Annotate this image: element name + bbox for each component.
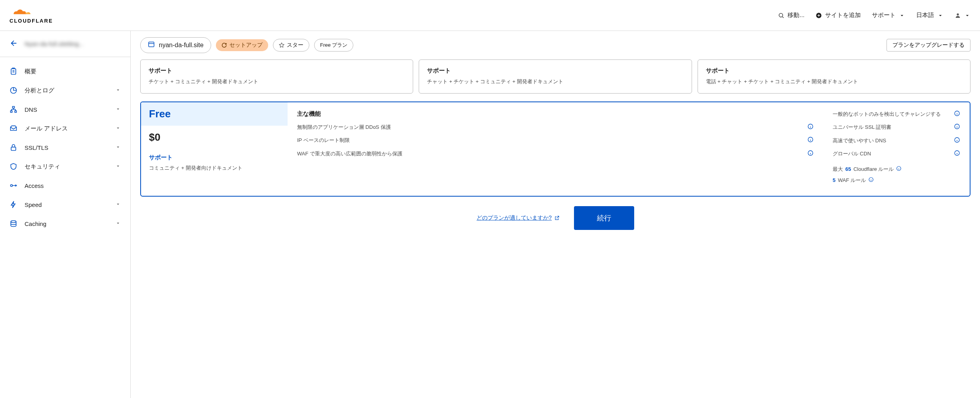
free-price: $0 [141,126,288,147]
continue-button[interactable]: 続行 [574,206,634,230]
user-icon [955,12,961,19]
sidebar-item-label: Caching [25,220,46,227]
search-icon [778,12,784,19]
feature-row: IP ベースのレート制限 [297,136,814,145]
sidebar-menu: 概要 分析とログ DNS メール アドレス SSL/TLS [0,57,130,238]
info-icon[interactable] [954,150,960,159]
plus-circle-icon [816,12,822,19]
chevron-down-icon [937,12,944,19]
page-header: nyan-da-full.site セットアップ スター Free プラン プラ… [131,31,980,59]
logo[interactable]: CLOUDFLARE [10,7,53,24]
svg-point-2 [957,13,959,15]
svg-rect-11 [149,42,154,47]
support-label: サポート [706,67,962,75]
chevron-down-icon [115,87,121,94]
chevron-down-icon [115,125,121,132]
back-arrow-icon[interactable] [10,39,18,49]
plan-card[interactable]: サポート チャット + チケット + コミュニティ + 開発者ドキュメント [419,59,692,94]
refresh-icon [221,42,227,48]
pie-chart-icon [10,86,17,94]
footer-row: どのプランが適していますか? 続行 [140,206,970,230]
go-to-button[interactable]: 移動... [778,11,805,19]
info-icon[interactable] [954,110,960,119]
sidebar-item-label: SSL/TLS [25,144,48,151]
plan-card[interactable]: サポート 電話 + チャット + チケット + コミュニティ + 開発者ドキュメ… [698,59,970,94]
chevron-down-icon [115,220,121,227]
language-dropdown[interactable]: 日本語 [916,11,944,19]
free-plan-pill[interactable]: Free プラン [314,39,353,52]
add-site-button[interactable]: サイトを追加 [816,11,861,19]
sidebar-item-label: メール アドレス [25,125,68,132]
info-icon[interactable] [954,123,960,132]
email-icon [10,124,17,132]
sidebar-item-caching[interactable]: Caching [0,214,130,233]
info-icon[interactable] [954,137,960,145]
sidebar-item-email[interactable]: メール アドレス [0,119,130,138]
svg-point-10 [11,221,16,223]
top-plan-row: サポート チケット + コミュニティ + 開発者ドキュメント サポート チャット… [140,59,970,94]
page-header-left: nyan-da-full.site セットアップ スター Free プラン [140,37,353,53]
free-plan-card[interactable]: Free $0 サポート コミュニティ + 開発者向けドキュメント 主な機能 無… [140,101,970,197]
logo-text: CLOUDFLARE [10,18,53,24]
support-text: 電話 + チャット + チケット + コミュニティ + 開発者ドキュメント [706,78,962,86]
website-icon [148,41,155,50]
sidebar-item-label: Access [25,182,44,189]
free-title: Free [149,108,280,120]
top-header: CLOUDFLARE 移動... サイトを追加 サポート 日本語 [0,0,980,31]
network-icon [10,105,17,113]
account-name-blurred: Nyan-da-full.siteblog... [25,40,84,47]
info-icon[interactable] [868,177,874,184]
svg-rect-7 [15,111,16,112]
setup-pill[interactable]: セットアップ [216,39,268,51]
feature-row: 無制限のアプリケーション層 DDoS 保護 [297,123,814,132]
feature-row: 一般的なボットのみを検出してチャレンジする [833,110,960,119]
sidebar-item-speed[interactable]: Speed [0,195,130,214]
sidebar-item-analytics[interactable]: 分析とログ [0,81,130,100]
rules-text: 最大 65 Cloudflare ルール [833,166,960,173]
sidebar-item-dns[interactable]: DNS [0,100,130,119]
info-icon[interactable] [807,136,814,145]
content-area: サポート チケット + コミュニティ + 開発者ドキュメント サポート チャット… [131,59,980,239]
sidebar-item-security[interactable]: セキュリティ [0,157,130,176]
account-dropdown[interactable] [955,12,970,19]
plan-card[interactable]: サポート チケット + コミュニティ + 開発者ドキュメント [140,59,413,94]
feature-row: ユニバーサル SSL 証明書 [833,123,960,132]
chevron-down-icon [964,12,970,19]
sidebar-item-overview[interactable]: 概要 [0,62,130,81]
support-label: サポート [149,154,280,161]
which-plan-link[interactable]: どのプランが適していますか? [477,214,560,222]
chevron-down-icon [899,12,905,19]
support-label: サポート [427,67,683,75]
free-title-bar: Free [141,102,288,126]
chevron-down-icon [115,144,121,151]
info-icon[interactable] [896,166,902,172]
sidebar-item-label: セキュリティ [25,163,60,170]
main-content: nyan-da-full.site セットアップ スター Free プラン プラ… [131,31,980,398]
svg-rect-6 [11,111,12,112]
shield-icon [10,163,17,170]
cloudflare-logo-icon [10,7,33,18]
rules-text: 5 WAF ルール [833,177,960,184]
sidebar-item-ssl[interactable]: SSL/TLS [0,138,130,157]
sidebar-item-label: 概要 [25,68,36,75]
sidebar-item-label: 分析とログ [25,87,54,94]
header-right: 移動... サイトを追加 サポート 日本語 [778,11,970,19]
support-text: チャット + チケット + コミュニティ + 開発者ドキュメント [427,78,683,86]
bolt-icon [10,201,17,209]
svg-point-0 [779,13,783,17]
site-indicator[interactable]: nyan-da-full.site [140,37,211,53]
star-pill[interactable]: スター [273,39,309,52]
feature-row: WAF で重大度の高い広範囲の脆弱性から保護 [297,150,814,159]
chevron-down-icon [115,201,121,208]
feature-row: 高速で使いやすい DNS [833,137,960,145]
support-text: チケット + コミュニティ + 開発者ドキュメント [149,78,405,86]
info-icon[interactable] [807,150,814,159]
info-icon[interactable] [807,123,814,132]
lock-icon [10,144,17,151]
svg-rect-3 [11,69,16,74]
sidebar-item-access[interactable]: Access [0,176,130,195]
svg-rect-8 [11,147,16,150]
support-dropdown[interactable]: サポート [872,11,905,19]
free-plan-features-mid: 主な機能 無制限のアプリケーション層 DDoS 保護 IP ベースのレート制限 … [288,102,823,196]
upgrade-plan-button[interactable]: プランをアップグレードする [887,39,970,52]
